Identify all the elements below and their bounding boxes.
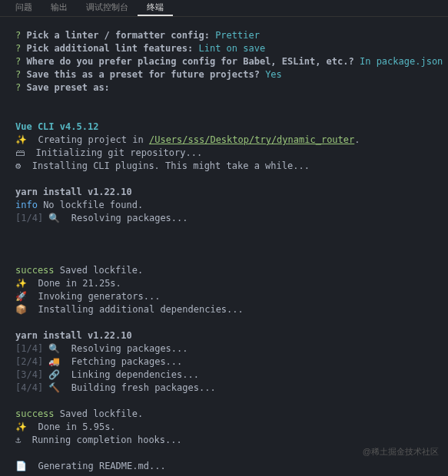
done-time: ✨ Done in 5.95s. (15, 421, 433, 434)
terminal-output[interactable]: ? Pick a linter / formatter config: Pret… (0, 17, 448, 476)
project-path: /Users/sss/Desktop/try/dynamic_router (149, 134, 354, 145)
saved-msg: Saved lockfile (55, 265, 138, 276)
step-emoji: 🔨 (43, 382, 65, 393)
prompt-question: Where do you prefer placing config for B… (26, 56, 353, 67)
step-num: [1/4] (15, 213, 43, 223)
dot: . (138, 408, 143, 419)
prompt-marker: ? (15, 56, 21, 67)
info-msg: No lockfile found. (38, 200, 143, 210)
install-plugins: ⚙ Installing CLI plugins. This might tak… (15, 160, 433, 173)
info-label: info (15, 200, 38, 210)
prompt-question: Pick a linter / formatter config: (26, 30, 209, 41)
step-msg: Linking dependencies... (66, 369, 199, 380)
dot: . (138, 265, 143, 276)
done-time: ✨ Done in 21.25s. (15, 277, 433, 290)
step-num: [2/4] (15, 356, 43, 367)
cli-version: Vue CLI v4.5.12 (15, 121, 98, 132)
step-emoji: 🔍 (43, 343, 65, 354)
step-num: [3/4] (15, 369, 43, 380)
prompt-question: Save this as a preset for future project… (26, 69, 259, 80)
tab-bar: 问题 输出 调试控制台 终端 (0, 0, 448, 17)
prompt-question: Pick additional lint features: (26, 43, 193, 54)
step-msg: Resolving packages... (66, 213, 188, 223)
yarn-header: yarn install v1.22.10 (15, 187, 132, 197)
watermark: @稀土掘金技术社区 (363, 446, 439, 458)
step-msg: Fetching packages... (66, 356, 183, 367)
hooks: ⚓ Running completion hooks... (15, 434, 433, 447)
installing-deps: 📦 Installing additional dependencies... (15, 303, 433, 316)
success-label: success (15, 408, 55, 419)
step-msg: Resolving packages... (66, 343, 188, 354)
step-num: [4/4] (15, 382, 43, 393)
init-git: 🗃 Initializing git repository... (15, 147, 433, 160)
invoking: 🚀 Invoking generators... (15, 290, 433, 303)
step-msg: Building fresh packages... (66, 382, 216, 393)
prompt-answer: Prettier (215, 30, 260, 41)
prompt-answer: Yes (265, 69, 282, 80)
creating-text: ✨ Creating project in (15, 134, 149, 145)
prompt-marker: ? (15, 30, 21, 41)
prompt-marker: ? (15, 69, 21, 80)
prompt-marker: ? (15, 43, 21, 54)
step-emoji: 🔍 (43, 213, 65, 223)
tab-debug-console[interactable]: 调试控制台 (77, 0, 138, 15)
dot: . (354, 134, 360, 145)
step-emoji: 🚚 (43, 356, 65, 367)
step-num: [1/4] (15, 343, 43, 354)
yarn-header: yarn install v1.22.10 (15, 330, 132, 341)
readme: 📄 Generating README.md... (15, 460, 433, 473)
tab-terminal[interactable]: 终端 (138, 0, 173, 16)
prompt-answer: Lint on save (198, 43, 265, 54)
prompt-question: Save preset as: (26, 82, 109, 93)
tab-output[interactable]: 输出 (41, 0, 77, 15)
prompt-marker: ? (15, 82, 21, 93)
saved-msg: Saved lockfile (55, 408, 138, 419)
prompt-answer: In package.json (360, 56, 443, 67)
step-emoji: 🔗 (43, 369, 65, 380)
tab-problems[interactable]: 问题 (6, 0, 41, 15)
success-label: success (15, 265, 55, 276)
